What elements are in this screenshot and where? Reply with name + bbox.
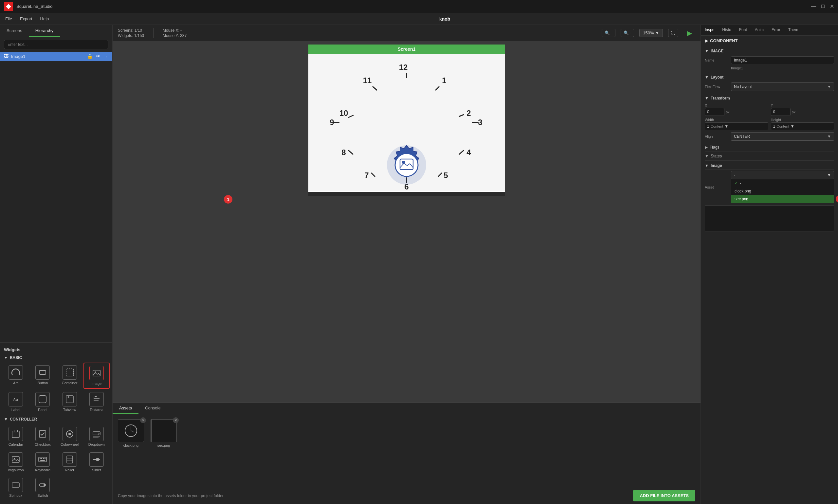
keyboard-label: Keyboard <box>35 468 50 472</box>
right-tab-font[interactable]: Font <box>735 25 751 35</box>
bottom-hint: Copy your images into the assets folder … <box>113 487 700 504</box>
check-dash: ✓ <box>734 181 738 185</box>
image-label-title: IMAGE <box>711 49 724 53</box>
dropdown-option-dash[interactable]: ✓ - <box>731 179 834 187</box>
zoom-in-button[interactable]: 🔍+ <box>621 29 635 37</box>
textarea-label: Textarea <box>90 408 104 412</box>
flags-row[interactable]: ▶ Flags <box>705 145 834 149</box>
clock-num-3: 3 <box>478 118 482 127</box>
panel-tabs: Screens Hierarchy <box>0 25 112 37</box>
widget-label[interactable]: Aa Label <box>3 390 29 414</box>
menu-export[interactable]: Export <box>20 16 32 21</box>
more-icon[interactable]: ⋮ <box>104 54 108 59</box>
width-type: Content <box>711 124 724 128</box>
basic-section-header[interactable]: ▼ BASIC <box>0 354 112 361</box>
widget-textarea[interactable]: Textarea <box>84 390 110 414</box>
name-input[interactable] <box>731 56 834 64</box>
fullscreen-button[interactable]: ⛶ <box>668 29 678 37</box>
inspector-content: ▶ COMPONENT ▼ IMAGE Name Image1 ▼ Layout <box>701 36 838 234</box>
basic-arrow-icon: ▼ <box>4 356 8 360</box>
asset-sec-close[interactable]: ✕ <box>173 417 179 423</box>
y-input[interactable] <box>771 108 790 116</box>
controller-section-header[interactable]: ▼ CONTROLLER <box>0 416 112 423</box>
arc-label: Arc <box>13 381 19 385</box>
wh-row: Width 1 Content ▼ Height 1 Content ▼ <box>705 118 834 130</box>
tab-console[interactable]: Console <box>139 403 167 414</box>
height-select[interactable]: 1 Content ▼ <box>771 122 834 130</box>
keyboard-icon <box>35 452 50 467</box>
close-button[interactable]: ✕ <box>830 3 834 10</box>
asset-dropdown-selected[interactable]: - ▼ <box>731 171 834 179</box>
textarea-icon <box>89 392 104 407</box>
zoom-out-button[interactable]: 🔍− <box>602 29 616 37</box>
dropdown-option-clock[interactable]: clock.png <box>731 187 834 195</box>
widget-roller[interactable]: Roller <box>57 450 83 474</box>
widget-checkbox[interactable]: Checkbox <box>30 424 56 449</box>
right-tab-error[interactable]: Error <box>768 25 784 35</box>
asset-clock[interactable]: ✕ clock.png <box>118 419 144 482</box>
arc-icon <box>8 365 23 380</box>
widget-container[interactable]: Container <box>57 363 83 389</box>
svg-rect-22 <box>12 456 19 463</box>
widget-tabview[interactable]: Tabview <box>57 390 83 414</box>
height-label: Height <box>771 118 834 122</box>
dropdown-option-sec[interactable]: sec.png 2 <box>731 195 834 203</box>
eye-icon[interactable]: 👁 <box>96 54 101 59</box>
width-group: Width 1 Content ▼ <box>705 118 768 130</box>
clock-tick-1 <box>435 86 439 90</box>
right-tab-inspe[interactable]: Inspe <box>701 25 718 35</box>
spinbox-label: Spinbox <box>9 493 22 498</box>
xy-row: X px Y px <box>705 104 834 116</box>
states-row[interactable]: ▼ States <box>705 154 834 158</box>
widget-slider[interactable]: Slider <box>84 450 110 474</box>
option-dash-label: - <box>740 181 741 185</box>
width-label: Width <box>705 118 768 122</box>
tab-screens[interactable]: Screens <box>0 25 29 37</box>
hierarchy-item-label: Image1 <box>11 54 87 59</box>
lock-icon[interactable]: 🔒 <box>87 54 93 59</box>
zoom-display[interactable]: 150% ▼ <box>639 29 663 37</box>
widget-image[interactable]: Image <box>84 363 110 389</box>
tab-assets[interactable]: Assets <box>113 403 139 414</box>
hierarchy-item-image1[interactable]: 🖼 Image1 🔒 👁 ⋮ <box>0 52 112 61</box>
flex-flow-value: No Layout <box>734 85 752 89</box>
widget-calendar[interactable]: Calendar <box>3 424 29 449</box>
align-select[interactable]: CENTER ▼ <box>731 132 834 141</box>
width-select[interactable]: 1 Content ▼ <box>705 122 768 130</box>
widget-panel[interactable]: Panel <box>30 390 56 414</box>
right-tabs: Inspe Histo Font Anim Error Them <box>701 25 838 36</box>
widget-button[interactable]: Button <box>30 363 56 389</box>
controller-arrow-icon: ▼ <box>4 417 8 421</box>
menu-help[interactable]: Help <box>40 16 49 21</box>
play-button[interactable]: ▶ <box>683 27 695 39</box>
asset-clock-name: clock.png <box>123 444 139 447</box>
colorwheel-icon <box>63 427 77 441</box>
widget-imgbutton[interactable]: Imgbutton <box>3 450 29 474</box>
panel-label: Panel <box>38 408 47 412</box>
add-file-button[interactable]: ADD FILE INTO ASSETS <box>633 490 695 501</box>
widget-spinbox[interactable]: Spinbox <box>3 475 29 500</box>
minimize-button[interactable]: — <box>811 3 816 10</box>
search-input[interactable] <box>4 40 108 49</box>
asset-clock-close[interactable]: ✕ <box>140 417 146 423</box>
tab-hierarchy[interactable]: Hierarchy <box>29 25 60 37</box>
menu-file[interactable]: File <box>5 16 12 21</box>
layout-arrow: ▼ <box>705 75 709 79</box>
right-tab-anim[interactable]: Anim <box>751 25 768 35</box>
asset-sec[interactable]: ✕ sec.png <box>150 419 177 482</box>
widget-arc[interactable]: Arc <box>3 363 29 389</box>
right-tab-them[interactable]: Them <box>784 25 802 35</box>
widget-colorwheel[interactable]: Colorwheel <box>57 424 83 449</box>
flex-flow-select[interactable]: No Layout ▼ <box>731 83 834 91</box>
checkbox-label: Checkbox <box>35 443 51 446</box>
right-tab-histo[interactable]: Histo <box>718 25 735 35</box>
asset-sec-thumb <box>150 419 177 442</box>
maximize-button[interactable]: □ <box>821 3 824 10</box>
clock-center-icon <box>387 145 426 184</box>
x-input[interactable] <box>705 108 725 116</box>
align-value: CENTER <box>734 134 750 139</box>
widget-dropdown[interactable]: Dropdown <box>84 424 110 449</box>
widget-switch[interactable]: Switch <box>30 475 56 500</box>
option-clock-label: clock.png <box>734 189 751 194</box>
widget-keyboard[interactable]: Keyboard <box>30 450 56 474</box>
